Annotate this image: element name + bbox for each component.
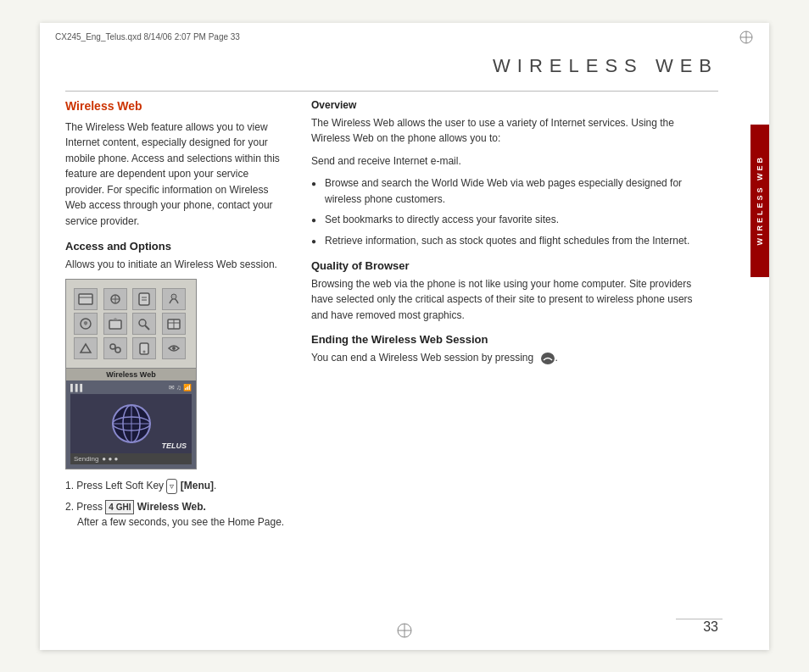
telus-brand-text: TELUS xyxy=(161,442,187,450)
ending-text: You can end a Wireless Web session by pr… xyxy=(311,350,701,366)
page-title-area: WIRELESS WEB xyxy=(493,55,718,77)
ending-heading: Ending the Wireless Web Session xyxy=(311,333,701,346)
phone-web-display: TELUS xyxy=(70,394,192,453)
phone-status-bar: ▌▌▌ ✉ ♫ 📶 xyxy=(70,384,192,392)
bullet-item-3: Retrieve information, such as stock quot… xyxy=(311,233,701,249)
phone-icon-11 xyxy=(132,337,156,359)
left-column: Wireless Web The Wireless Web feature al… xyxy=(65,99,286,616)
section-heading-wireless-web: Wireless Web xyxy=(65,99,286,113)
phone-icon-2 xyxy=(103,288,127,310)
svg-line-16 xyxy=(145,325,149,330)
key-4-badge: 4 GHI xyxy=(105,500,134,515)
svg-point-24 xyxy=(143,351,146,353)
bullet-item-2: Set bookmarks to directly access your fa… xyxy=(311,212,701,228)
phone-icon-4 xyxy=(162,288,186,310)
svg-rect-8 xyxy=(139,293,149,305)
bullet-item-1: Browse and search the World Wide Web via… xyxy=(311,175,701,207)
phone-icon-5 xyxy=(74,313,98,335)
phone-icon-grid xyxy=(70,285,192,363)
svg-point-20 xyxy=(110,344,115,349)
step-2-rest: After a few seconds, you see the Home Pa… xyxy=(65,516,284,528)
overview-heading: Overview xyxy=(311,99,701,111)
phone-icon-7 xyxy=(132,313,156,335)
svg-marker-14 xyxy=(112,318,119,320)
step-2-label: 2. Press xyxy=(65,501,103,513)
access-text: Allows you to initiate an Wireless Web s… xyxy=(65,257,286,273)
phone-screen-bottom: ▌▌▌ ✉ ♫ 📶 TELUS xyxy=(66,380,196,469)
wireless-web-sidebar-tab: WIRELESS WEB xyxy=(750,125,769,277)
phone-icon-1 xyxy=(74,288,98,310)
overview-text: The Wireless Web allows the user to use … xyxy=(311,115,701,147)
status-icons: ✉ ♫ 📶 xyxy=(169,384,192,392)
right-column: Overview The Wireless Web allows the use… xyxy=(311,99,701,616)
svg-rect-13 xyxy=(109,320,121,329)
step-2-bold: Wireless Web. xyxy=(137,501,206,513)
svg-point-21 xyxy=(115,347,120,353)
step-2-text: 2. Press 4 GHI Wireless Web. After a few… xyxy=(65,499,286,530)
page-outer: CX245_Eng_Telus.qxd 8/14/06 2:07 PM Page… xyxy=(0,0,809,672)
quality-heading: Quality of Browser xyxy=(311,259,701,272)
phone-icon-12 xyxy=(162,337,186,359)
left-soft-key-icon: ▿ xyxy=(166,479,177,494)
top-bar: CX245_Eng_Telus.qxd 8/14/06 2:07 PM Page… xyxy=(55,30,754,45)
page: CX245_Eng_Telus.qxd 8/14/06 2:07 PM Page… xyxy=(40,23,769,650)
svg-point-11 xyxy=(171,294,176,299)
phone-label-bar: Wireless Web xyxy=(66,369,196,380)
signal-icon: ▌▌▌ xyxy=(70,384,85,392)
title-rule xyxy=(65,91,718,92)
phone-icon-3 xyxy=(132,288,156,310)
sidebar-tab-label: WIRELESS WEB xyxy=(756,155,764,246)
reg-mark-top xyxy=(739,30,754,45)
page-title: WIRELESS WEB xyxy=(493,55,718,76)
phone-icon-8 xyxy=(162,313,186,335)
bullet-list: Browse and search the World Wide Web via… xyxy=(311,175,701,248)
svg-point-25 xyxy=(172,347,176,350)
phone-icon-6 xyxy=(103,313,127,335)
sending-label: Sending xyxy=(74,455,98,463)
access-options-heading: Access and Options xyxy=(65,240,286,253)
content-area: Wireless Web The Wireless Web feature al… xyxy=(65,99,701,616)
phone-icon-9 xyxy=(74,337,98,359)
quality-text: Browsing the web via the phone is not li… xyxy=(311,276,701,324)
phone-sending-bar: Sending ● ● ● xyxy=(70,453,192,464)
step-1-key-label: [Menu] xyxy=(181,480,214,492)
intro-text: The Wireless Web feature allows you to v… xyxy=(65,119,286,230)
phone-icon-10 xyxy=(103,337,127,359)
top-bar-label: CX245_Eng_Telus.qxd 8/14/06 2:07 PM Page… xyxy=(55,32,739,42)
globe-icon xyxy=(110,403,153,445)
end-key-icon xyxy=(540,352,555,365)
reg-mark-bottom xyxy=(396,622,413,641)
sending-dots: ● ● ● xyxy=(102,455,118,463)
phone-screenshots: Wireless Web ▌▌▌ ✉ ♫ 📶 xyxy=(65,279,197,469)
phone-screen-top xyxy=(66,280,196,369)
send-receive-text: Send and receive Internet e-mail. xyxy=(311,153,701,169)
page-number: 33 xyxy=(703,619,718,635)
step-1-text: 1. Press Left Soft Key ▿ [Menu]. xyxy=(65,478,286,494)
svg-point-15 xyxy=(139,319,146,326)
step-1-label: 1. Press Left Soft Key xyxy=(65,480,164,492)
svg-rect-3 xyxy=(79,294,92,304)
